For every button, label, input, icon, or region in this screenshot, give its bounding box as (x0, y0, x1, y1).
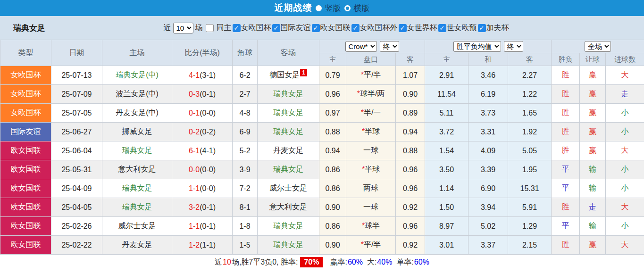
handicap-star: * (362, 127, 365, 135)
avg-draw-cell: 6.19 (468, 85, 508, 104)
league-type-cell: 欧女国联 (0, 198, 51, 217)
result-text: 胜 (562, 203, 569, 211)
result-text: 赢 (589, 71, 596, 79)
league-type-cell: 国际友谊 (0, 123, 51, 141)
date-cell: 25-06-27 (51, 123, 102, 141)
odds-home-cell: 0.96 (319, 85, 346, 104)
big-value: 40% (377, 258, 392, 266)
away-team-name: 意大利女足 (269, 203, 307, 211)
result-handicap-cell: 赢 (580, 85, 606, 104)
halftime-score: (4-1) (200, 147, 216, 155)
subcol-avg-home: 主 (425, 53, 468, 66)
match-row: 欧女国联25-04-09瑞典女足1-1(0-0)7-2威尔士女足0.86两球0.… (0, 179, 644, 198)
halftime-score: (0-0) (200, 166, 216, 174)
home-team-cell: 丹麦女足 (102, 236, 172, 255)
subcol-avg-away: 客 (508, 53, 552, 66)
scope-select[interactable]: 全场 (585, 41, 611, 52)
away-team-name: 德国女足 (269, 71, 300, 79)
big-label: 大: (367, 257, 376, 267)
away-team-cell: 丹麦女足 (258, 141, 319, 160)
league-label-6[interactable]: 加夫杯 (486, 23, 509, 33)
away-team-cell: 瑞典女足 (258, 236, 319, 255)
halftime-score: (0-0) (200, 109, 216, 117)
handicap-star: * (361, 71, 364, 79)
filters: 近 10 场 同主 女欧国杯国际友谊欧女国联女欧国杯外女世界杯世女欧预加夫杯 (164, 23, 509, 33)
result-text: 大 (621, 71, 629, 79)
odds-home-cell: 0.90 (319, 198, 346, 217)
fulltime-score: 1-1 (189, 222, 200, 230)
rank-badge: 1 (300, 69, 307, 76)
result-text: 大 (621, 203, 629, 211)
handicap-cell: 一球 (346, 141, 396, 160)
result-goals-cell: 小 (606, 217, 644, 236)
away-team-name: 丹麦女足 (273, 146, 303, 154)
avg-home-cell: 5.11 (425, 104, 468, 123)
score-cell: 6-1(4-1) (172, 141, 233, 160)
odds-home-cell: 0.88 (319, 123, 346, 141)
league-label-2[interactable]: 欧女国联 (320, 23, 351, 33)
result-wdl-cell: 平 (552, 217, 580, 236)
league-checkbox-2[interactable] (312, 24, 320, 32)
home-team-name: 波兰女足(中) (116, 90, 159, 98)
away-team-cell: 瑞典女足 (258, 85, 319, 104)
radio-horizontal-icon[interactable] (344, 5, 351, 11)
halftime-score: (3-1) (200, 71, 216, 79)
avg-type-select[interactable]: 胜平负均值 (453, 41, 501, 52)
subcol-goals: 进球数 (606, 53, 644, 66)
subcol-handicap: 盘口 (346, 53, 396, 66)
result-handicap-cell: 赢 (580, 236, 606, 255)
league-checkbox-3[interactable] (351, 24, 360, 32)
date-cell: 25-02-26 (51, 217, 102, 236)
result-text: 平 (562, 184, 569, 192)
away-team-name: 瑞典女足 (273, 165, 303, 173)
league-checkbox-1[interactable] (272, 24, 280, 32)
league-checkbox-6[interactable] (478, 24, 486, 32)
league-label-4[interactable]: 女世界杯 (407, 23, 437, 33)
corners-cell: 2-7 (233, 85, 258, 104)
subcol-odds-away: 客 (396, 53, 425, 66)
league-label-5[interactable]: 世女欧预 (447, 23, 477, 33)
corners-cell: 3-9 (233, 160, 258, 179)
away-team-cell: 威尔士女足 (258, 179, 319, 198)
away-team-name: 瑞典女足 (273, 127, 303, 135)
away-team-cell: 瑞典女足 (258, 160, 319, 179)
radio-vertical-label[interactable]: 竖版 (325, 3, 341, 14)
subcol-let: 让球 (580, 53, 606, 66)
win-odds-label: 赢率: (330, 257, 347, 267)
result-handicap-cell: 赢 (580, 66, 606, 85)
league-checkbox-0[interactable] (233, 24, 241, 32)
league-checkbox-5[interactable] (438, 24, 446, 32)
handicap-cell: *球半/两 (346, 85, 396, 104)
odds-state-select[interactable]: 终 (380, 41, 399, 52)
league-checkbox-4[interactable] (399, 24, 407, 32)
fulltime-score: 6-1 (189, 147, 200, 155)
odds-source-select[interactable]: Crow* (345, 41, 377, 52)
same-home-checkbox[interactable] (206, 24, 214, 32)
result-text: 大 (621, 146, 629, 154)
match-count-select[interactable]: 10 (173, 23, 193, 33)
results-table: 类型 日期 主场 比分(半场) 角球 客场 Crow* 终 胜平负均值 终 全场 (0, 40, 644, 255)
home-team-cell: 意大利女足 (102, 160, 172, 179)
corners-cell: 6-2 (233, 66, 258, 85)
odds-home-cell: 0.79 (319, 66, 346, 85)
avg-away-cell: 5.91 (508, 198, 552, 217)
odds-away-cell: 0.92 (396, 236, 425, 255)
home-team-name: 意大利女足 (118, 165, 156, 173)
home-team-name: 挪威女足 (122, 127, 152, 135)
result-goals-cell: 走 (606, 85, 644, 104)
radio-vertical-selected-icon[interactable] (316, 5, 322, 11)
top-bar: 近期战绩 竖版 横版 (0, 0, 644, 16)
league-type-cell: 欧女国联 (0, 160, 51, 179)
radio-horizontal-label[interactable]: 横版 (354, 3, 370, 14)
fulltime-score: 1-1 (189, 184, 200, 192)
result-goals-cell: 小 (606, 123, 644, 141)
avg-draw-cell: 3.37 (468, 236, 508, 255)
league-label-3[interactable]: 女欧国杯外 (360, 23, 398, 33)
league-label-0[interactable]: 女欧国杯 (241, 23, 271, 33)
league-label-1[interactable]: 国际友谊 (281, 23, 311, 33)
avg-state-select[interactable]: 终 (504, 41, 523, 52)
result-wdl-cell: 胜 (552, 85, 580, 104)
odds-away-cell: 0.96 (396, 179, 425, 198)
result-wdl-cell: 胜 (552, 198, 580, 217)
score-cell: 0-0(0-0) (172, 160, 233, 179)
